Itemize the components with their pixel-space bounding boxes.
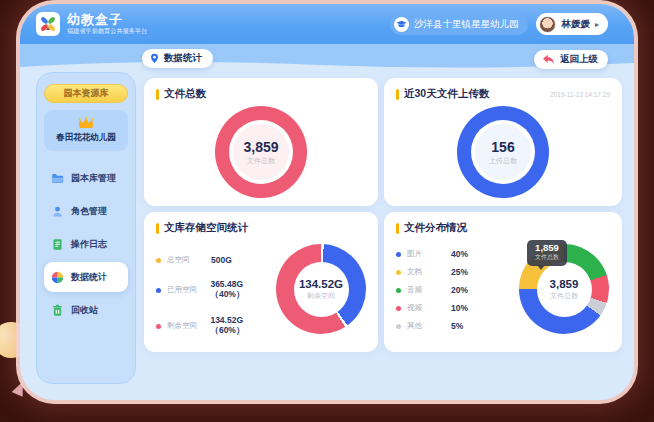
graduation-cap-icon: [394, 17, 409, 32]
legend-value: 40%: [451, 249, 468, 259]
sidebar-item-operation-log[interactable]: 操作日志: [44, 229, 128, 259]
legend-row: 图片 40%: [396, 249, 518, 259]
uploads-label: 上传总数: [489, 156, 517, 166]
header-bar: 幼教盒子 福建省学前教育公共服务平台 沙洋县十里镇星星幼儿园 林媛媛 ▸: [20, 4, 634, 44]
storage-center-label: 剩余空间: [307, 291, 335, 301]
legend-row: 音频 20%: [396, 285, 518, 295]
legend-row: 其他 5%: [396, 321, 518, 331]
app-window: 幼教盒子 福建省学前教育公共服务平台 沙洋县十里镇星星幼儿园 林媛媛 ▸ 数据统…: [20, 4, 634, 400]
library-button[interactable]: 园本资源库: [44, 84, 128, 103]
sidebar-item-role-manage[interactable]: 角色管理: [44, 196, 128, 226]
storage-legend: 总空间 500G 已用空间 365.48G（40%） 剩余空间 134.52G（…: [156, 235, 276, 343]
legend-label: 其他: [407, 321, 445, 331]
location-pin-icon: [150, 53, 159, 64]
tab-label: 数据统计: [164, 52, 202, 65]
app-subtitle: 福建省学前教育公共服务平台: [67, 27, 147, 36]
user-name: 林媛媛: [561, 18, 590, 31]
legend-dot: [156, 258, 161, 263]
legend-value: 5%: [451, 321, 463, 331]
panel-total-files: 文件总数 3,859 文件总数: [144, 78, 378, 206]
legend-row: 剩余空间 134.52G（60%）: [156, 315, 276, 337]
legend-label: 视频: [407, 303, 445, 313]
school-name: 沙洋县十里镇星星幼儿园: [414, 18, 519, 31]
distribution-center-label: 文件总数: [550, 291, 578, 301]
storage-center-value: 134.52G: [299, 278, 343, 290]
legend-dot: [396, 252, 401, 257]
panel-title: 近30天文件上传数: [404, 87, 489, 101]
title-tick: [156, 89, 159, 100]
log-icon: [51, 238, 64, 251]
tooltip-value: 1,859: [535, 243, 559, 253]
avatar: [539, 16, 556, 33]
legend-value: 25%: [451, 267, 468, 277]
sidebar-item-data-statistics[interactable]: 数据统计: [44, 262, 128, 292]
distribution-center-value: 3,859: [550, 278, 579, 290]
sidebar-item-label: 园本库管理: [71, 172, 116, 185]
school-selector[interactable]: 沙洋县十里镇星星幼儿园: [390, 14, 529, 35]
sidebar-item-label: 数据统计: [71, 271, 107, 284]
title-tick: [156, 223, 159, 234]
brand-block: 幼教盒子 福建省学前教育公共服务平台: [67, 13, 152, 36]
back-button[interactable]: 返回上级: [534, 50, 608, 69]
sidebar-menu: 园本库管理 角色管理 操作日志: [44, 163, 128, 325]
legend-row: 已用空间 365.48G（40%）: [156, 279, 276, 301]
legend-dot: [156, 288, 161, 293]
user-menu[interactable]: 林媛媛 ▸: [536, 13, 608, 35]
legend-dot: [396, 270, 401, 275]
uploads-donut[interactable]: 156 上传总数: [457, 106, 549, 198]
panel-recent-uploads: 近30天文件上传数 2019-11-13 14:17:29 156 上传总数: [384, 78, 622, 206]
total-files-value: 3,859: [243, 139, 278, 155]
app-title: 幼教盒子: [67, 13, 152, 27]
legend-value: 10%: [451, 303, 468, 313]
app-logo-icon: [36, 12, 60, 36]
sidebar: 园本资源库 春田花花幼儿园 园本库管理: [36, 72, 136, 384]
caret-icon: ▸: [595, 20, 599, 29]
legend-label: 已用空间: [167, 285, 204, 295]
trash-icon: [51, 304, 64, 317]
back-arrow-icon: [542, 54, 555, 65]
current-school-card[interactable]: 春田花花幼儿园: [44, 110, 128, 151]
legend-value: 365.48G（40%）: [210, 279, 276, 301]
title-tick: [396, 89, 399, 100]
sidebar-item-label: 回收站: [71, 304, 98, 317]
legend-value: 500G: [211, 255, 232, 265]
legend-dot: [396, 324, 401, 329]
title-tick: [396, 223, 399, 234]
legend-label: 总空间: [167, 255, 205, 265]
panel-title: 文件总数: [164, 87, 206, 101]
total-files-donut[interactable]: 3,859 文件总数: [215, 106, 307, 198]
legend-value: 20%: [451, 285, 468, 295]
folder-icon: [51, 172, 64, 185]
legend-label: 文档: [407, 267, 445, 277]
pie-icon: [51, 271, 64, 284]
sidebar-item-label: 操作日志: [71, 238, 107, 251]
legend-label: 剩余空间: [167, 321, 204, 331]
legend-row: 总空间 500G: [156, 255, 276, 265]
user-icon: [51, 205, 64, 218]
panel-storage: 文库存储空间统计 总空间 500G 已用空间 365.48G（40%）: [144, 212, 378, 352]
main-content: 文件总数 3,859 文件总数 近30天文件上传数 2019-11-13: [144, 78, 622, 352]
legend-label: 图片: [407, 249, 445, 259]
legend-row: 视频 10%: [396, 303, 518, 313]
legend-label: 音频: [407, 285, 445, 295]
distribution-legend: 图片 40% 文档 25% 音频 20% 视频: [396, 235, 518, 343]
sidebar-item-label: 角色管理: [71, 205, 107, 218]
chart-tooltip: 1,859 文件总数: [527, 240, 567, 266]
legend-dot: [156, 324, 161, 329]
timestamp: 2019-11-13 14:17:29: [550, 91, 610, 98]
sidebar-item-recycle-bin[interactable]: 回收站: [44, 295, 128, 325]
panel-title: 文库存储空间统计: [164, 221, 248, 235]
sidebar-item-library-manage[interactable]: 园本库管理: [44, 163, 128, 193]
back-label: 返回上级: [560, 53, 598, 66]
total-files-label: 文件总数: [247, 156, 275, 166]
legend-dot: [396, 288, 401, 293]
legend-value: 134.52G（60%）: [210, 315, 276, 337]
tooltip-label: 文件总数: [535, 253, 559, 262]
legend-row: 文档 25%: [396, 267, 518, 277]
panel-distribution: 文件分布情况 图片 40% 文档 25% 音频: [384, 212, 622, 352]
tab-data-statistics[interactable]: 数据统计: [142, 49, 213, 68]
storage-donut[interactable]: 134.52G 剩余空间: [276, 244, 366, 334]
current-school-name: 春田花花幼儿园: [56, 132, 116, 144]
crown-icon: [77, 116, 95, 129]
legend-dot: [396, 306, 401, 311]
